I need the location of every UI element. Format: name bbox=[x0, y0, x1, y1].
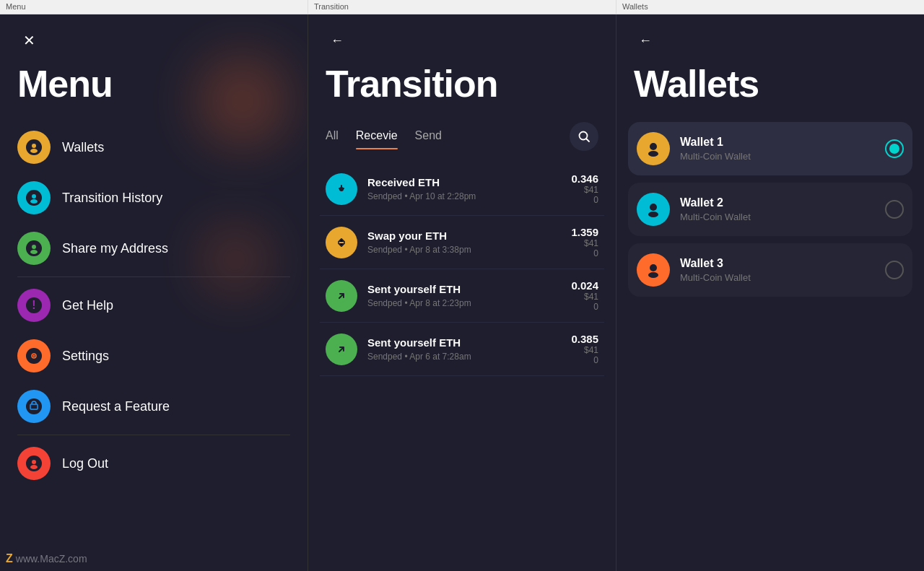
transition-icon-inner bbox=[26, 190, 42, 206]
wallet-radio-2[interactable] bbox=[885, 261, 904, 279]
wallet-list: Wallet 1 Multi-Coin Wallet Wallet 2 Mult… bbox=[616, 122, 924, 571]
watermark-text: www.MacZ.com bbox=[16, 553, 87, 565]
help-icon-inner: ! bbox=[26, 297, 42, 313]
tx-info-2: Sent yourself ETH Sendped • Apr 8 at 2:2… bbox=[367, 283, 561, 308]
wallets-back-button[interactable]: ← bbox=[634, 29, 657, 52]
settings-svg bbox=[28, 350, 40, 362]
tx-item-0[interactable]: Received ETH Sendped • Apr 10 at 2:28pm … bbox=[320, 162, 604, 216]
watermark-z: Z bbox=[6, 552, 13, 565]
feature-icon-inner bbox=[26, 398, 42, 414]
logout-icon bbox=[17, 447, 51, 480]
tx-amount-val-3: 0.385 bbox=[571, 333, 598, 345]
watermark: Z www.MacZ.com bbox=[6, 552, 87, 565]
wallet-svg-0 bbox=[645, 140, 662, 157]
topbar-wallets: Wallets bbox=[616, 0, 924, 14]
svg-point-17 bbox=[650, 143, 657, 150]
transition-icon bbox=[17, 181, 51, 214]
wallet-sub-1: Multi-Coin Wallet bbox=[680, 212, 875, 222]
wallet-item-2[interactable]: Wallet 3 Multi-Coin Wallet bbox=[628, 243, 912, 297]
menu-label-transition: Transition History bbox=[62, 191, 162, 206]
transition-back-button[interactable]: ← bbox=[326, 29, 349, 52]
tx-amount-2: 0.024 $410 bbox=[571, 279, 598, 312]
tab-all[interactable]: All bbox=[326, 123, 347, 149]
menu-label-share: Share my Address bbox=[62, 241, 168, 256]
tx-svg-2 bbox=[334, 289, 349, 303]
wallet-name-2: Wallet 3 bbox=[680, 257, 875, 270]
menu-item-help[interactable]: ! Get Help bbox=[17, 280, 290, 331]
help-icon: ! bbox=[17, 289, 51, 322]
svg-point-4 bbox=[32, 245, 36, 249]
transition-panel: ← Transition All Recevie Send bbox=[308, 14, 616, 571]
tx-amount-val-1: 1.359 bbox=[571, 226, 598, 238]
tx-icon-1 bbox=[326, 227, 357, 258]
tx-info-1: Swap your ETH Sendped • Apr 8 at 3:38pm bbox=[367, 230, 561, 255]
menu-label-help: Get Help bbox=[62, 298, 113, 313]
tx-item-1[interactable]: Swap your ETH Sendped • Apr 8 at 3:38pm … bbox=[320, 216, 604, 269]
tx-amount-usd-3: $410 bbox=[571, 345, 598, 365]
transition-tabs: All Recevie Send bbox=[308, 122, 616, 151]
tx-name-1: Swap your ETH bbox=[367, 230, 561, 242]
svg-point-20 bbox=[648, 212, 658, 217]
wallet-item-0[interactable]: Wallet 1 Multi-Coin Wallet bbox=[628, 122, 912, 175]
svg-point-1 bbox=[30, 149, 38, 153]
tx-amount-3: 0.385 $410 bbox=[571, 333, 598, 365]
tx-icon-2 bbox=[326, 280, 357, 312]
menu-item-settings[interactable]: Settings bbox=[17, 331, 290, 381]
search-button[interactable] bbox=[570, 122, 598, 151]
menu-item-logout[interactable]: Log Out bbox=[17, 438, 290, 489]
wallet-radio-1[interactable] bbox=[885, 200, 904, 219]
tx-amount-usd-1: $410 bbox=[571, 238, 598, 258]
transaction-list: Received ETH Sendped • Apr 10 at 2:28pm … bbox=[308, 162, 616, 571]
topbar-transition: Transition bbox=[308, 0, 616, 14]
svg-point-19 bbox=[650, 204, 657, 211]
menu-item-transition[interactable]: Transition History bbox=[17, 173, 290, 223]
wallet-radio-0[interactable] bbox=[885, 139, 904, 158]
menu-label-wallets: Wallets bbox=[62, 140, 104, 155]
tx-name-2: Sent yourself ETH bbox=[367, 283, 561, 295]
logout-svg bbox=[28, 458, 40, 469]
tx-meta-3: Sendped • Apr 6 at 7:28am bbox=[367, 352, 561, 362]
wallet-sub-2: Multi-Coin Wallet bbox=[680, 272, 875, 283]
tx-item-3[interactable]: Sent yourself ETH Sendped • Apr 6 at 7:2… bbox=[320, 323, 604, 376]
wallets-svg bbox=[28, 141, 40, 153]
tx-icon-3 bbox=[326, 334, 357, 365]
wallets-icon-inner bbox=[26, 139, 42, 155]
top-bar: Menu Transition Wallets bbox=[0, 0, 924, 14]
tx-info-0: Received ETH Sendped • Apr 10 at 2:28pm bbox=[367, 176, 561, 201]
share-icon-inner bbox=[26, 240, 42, 256]
tx-amount-0: 0.346 $410 bbox=[571, 173, 598, 205]
settings-icon bbox=[17, 339, 51, 372]
menu-label-logout: Log Out bbox=[62, 456, 108, 471]
menu-item-feature[interactable]: Request a Feature bbox=[17, 381, 290, 432]
wallets-header: ← Wallets bbox=[616, 14, 924, 122]
wallet-name-1: Wallet 2 bbox=[680, 196, 875, 209]
tab-send[interactable]: Send bbox=[406, 123, 450, 149]
tx-meta-0: Sendped • Apr 10 at 2:28pm bbox=[367, 191, 561, 201]
settings-icon-inner bbox=[26, 348, 42, 364]
svg-point-14 bbox=[335, 236, 348, 249]
wallet-info-2: Wallet 3 Multi-Coin Wallet bbox=[680, 257, 875, 283]
close-button[interactable]: ✕ bbox=[17, 29, 40, 52]
wallet-name-0: Wallet 1 bbox=[680, 136, 875, 149]
topbar-menu: Menu bbox=[0, 0, 308, 14]
tx-item-2[interactable]: Sent yourself ETH Sendped • Apr 8 at 2:2… bbox=[320, 269, 604, 323]
svg-rect-8 bbox=[30, 404, 38, 409]
wallets-title: Wallets bbox=[634, 64, 907, 105]
share-svg bbox=[28, 243, 40, 254]
wallet-icon-1 bbox=[637, 193, 670, 226]
tx-svg-1 bbox=[334, 235, 349, 250]
tab-recevie[interactable]: Recevie bbox=[347, 123, 406, 149]
svg-point-21 bbox=[650, 264, 657, 271]
tx-amount-usd-2: $410 bbox=[571, 292, 598, 312]
wallet-icon-0 bbox=[637, 132, 670, 165]
svg-point-5 bbox=[30, 250, 38, 254]
tx-meta-1: Sendped • Apr 8 at 3:38pm bbox=[367, 245, 561, 255]
transition-title: Transition bbox=[326, 64, 598, 105]
menu-panel: ✕ Menu Wallets bbox=[0, 14, 308, 571]
svg-point-3 bbox=[30, 199, 38, 204]
wallet-info-0: Wallet 1 Multi-Coin Wallet bbox=[680, 136, 875, 162]
wallet-item-1[interactable]: Wallet 2 Multi-Coin Wallet bbox=[628, 183, 912, 236]
menu-label-settings: Settings bbox=[62, 349, 109, 364]
decor-blur-1 bbox=[199, 58, 286, 144]
svg-point-7 bbox=[33, 355, 35, 357]
